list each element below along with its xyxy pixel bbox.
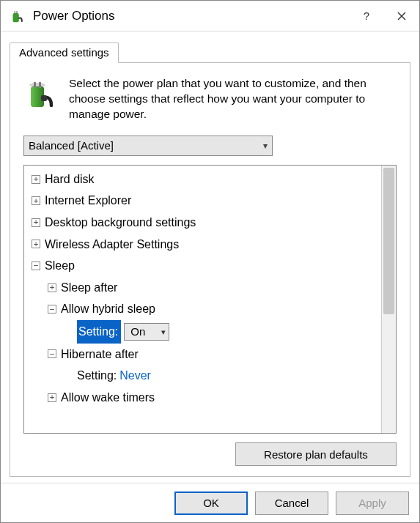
apply-button: Apply — [336, 492, 409, 515]
expand-icon[interactable]: + — [32, 175, 40, 184]
settings-tree-container: + Hard disk + Internet Explorer + Deskto… — [23, 165, 397, 434]
battery-plug-icon — [8, 7, 26, 25]
collapse-icon[interactable]: − — [48, 349, 56, 358]
tree-label: Desktop background settings — [45, 212, 196, 234]
select-value: On — [130, 322, 145, 342]
tree-label: Wireless Adapter Settings — [45, 234, 179, 256]
setting-label-selected: Setting: — [77, 320, 121, 344]
expand-icon[interactable]: + — [48, 393, 56, 402]
tab-row: Advanced settings — [10, 40, 410, 62]
ok-button[interactable]: OK — [174, 492, 248, 515]
tree-label: Hibernate after — [61, 344, 139, 366]
tree-scrollbar[interactable] — [381, 166, 396, 433]
help-button[interactable]: ? — [349, 1, 384, 31]
tree-item-hibernate-after[interactable]: − Hibernate after — [27, 344, 381, 366]
tree-label: Allow wake timers — [61, 387, 155, 409]
power-options-dialog: Power Options ? Advanced settings — [0, 0, 420, 523]
setting-label: Setting: — [77, 365, 117, 387]
cancel-button[interactable]: Cancel — [255, 492, 328, 515]
settings-tree[interactable]: + Hard disk + Internet Explorer + Deskto… — [24, 166, 381, 433]
svg-rect-2 — [16, 11, 17, 13]
tree-item-allow-hybrid-sleep[interactable]: − Allow hybrid sleep — [27, 298, 381, 320]
tab-panel: Select the power plan that you want to c… — [10, 62, 410, 477]
expand-icon[interactable]: + — [32, 196, 40, 205]
collapse-icon[interactable]: − — [48, 305, 56, 314]
dialog-footer: OK Cancel Apply — [1, 483, 419, 522]
close-button[interactable] — [384, 1, 419, 31]
svg-rect-1 — [15, 11, 15, 13]
restore-plan-defaults-button[interactable]: Restore plan defaults — [235, 442, 397, 466]
description-text: Select the power plan that you want to c… — [69, 76, 397, 122]
chevron-down-icon: ▾ — [263, 141, 268, 151]
tree-item-sleep-after[interactable]: + Sleep after — [27, 277, 381, 299]
tree-label: Internet Explorer — [45, 190, 131, 212]
expand-icon[interactable]: + — [48, 283, 56, 292]
power-plan-value: Balanced [Active] — [29, 139, 114, 152]
svg-rect-10 — [41, 95, 47, 101]
tree-label: Sleep after — [61, 277, 117, 299]
hibernate-value[interactable]: Never — [119, 365, 151, 387]
svg-point-9 — [29, 83, 45, 87]
collapse-icon[interactable]: − — [32, 262, 40, 270]
description-row: Select the power plan that you want to c… — [23, 76, 397, 122]
expand-icon[interactable]: + — [32, 240, 40, 248]
tree-item-wireless-adapter[interactable]: + Wireless Adapter Settings — [27, 234, 381, 256]
close-icon — [397, 12, 406, 21]
tab-advanced-settings[interactable]: Advanced settings — [10, 42, 119, 63]
tree-item-hybrid-setting[interactable]: Setting: On ▾ — [27, 320, 381, 344]
tree-label: Hard disk — [45, 168, 95, 190]
scrollbar-thumb[interactable] — [383, 168, 394, 314]
tree-item-hard-disk[interactable]: + Hard disk — [27, 168, 381, 190]
restore-row: Restore plan defaults — [23, 442, 397, 466]
tree-item-allow-wake-timers[interactable]: + Allow wake timers — [27, 387, 381, 409]
tree-item-sleep[interactable]: − Sleep — [27, 255, 381, 277]
window-title: Power Options — [33, 9, 349, 23]
hybrid-sleep-value-select[interactable]: On ▾ — [124, 323, 169, 341]
client-area: Advanced settings — [1, 31, 419, 483]
titlebar: Power Options ? — [1, 1, 419, 31]
chevron-down-icon: ▾ — [161, 324, 166, 339]
svg-rect-0 — [13, 12, 19, 21]
power-plan-select[interactable]: Balanced [Active] ▾ — [23, 136, 273, 156]
tree-label: Sleep — [45, 255, 75, 277]
tree-item-hibernate-setting[interactable]: Setting: Never — [27, 365, 381, 387]
battery-plug-large-icon — [23, 76, 59, 111]
tree-item-internet-explorer[interactable]: + Internet Explorer — [27, 190, 381, 212]
tree-label: Allow hybrid sleep — [61, 298, 155, 320]
tree-item-desktop-background[interactable]: + Desktop background settings — [27, 212, 381, 234]
expand-icon[interactable]: + — [32, 218, 40, 227]
